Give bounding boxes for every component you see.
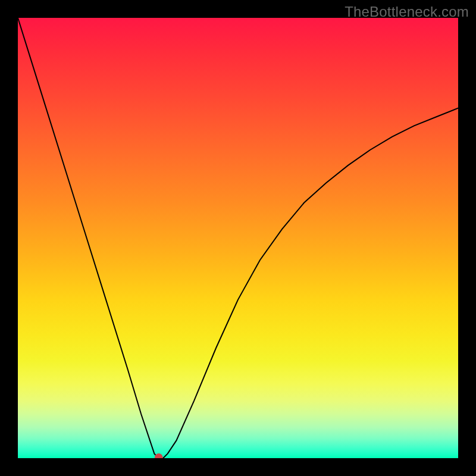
optimum-marker <box>155 453 163 458</box>
bottleneck-curve <box>18 18 458 458</box>
plot-area <box>18 18 458 458</box>
curve-svg <box>18 18 458 458</box>
chart-container: TheBottleneck.com <box>0 0 476 476</box>
